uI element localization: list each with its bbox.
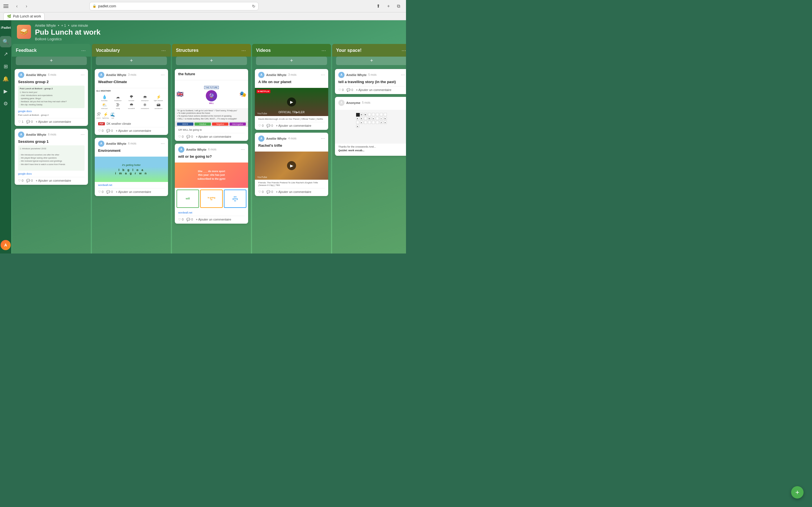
- like-btn-weather[interactable]: ♡ 0: [98, 129, 103, 133]
- card-menu-btn-2[interactable]: ⋯: [81, 132, 85, 137]
- comment-btn-story[interactable]: 💬 0: [347, 88, 353, 92]
- column-menu-structures[interactable]: ⋯: [240, 47, 247, 54]
- card-avatar: A: [18, 72, 24, 78]
- comment-btn-future[interactable]: 💬 0: [186, 135, 193, 138]
- card-link-googledocs-2[interactable]: google docs: [18, 172, 85, 175]
- play-overlay-rachel[interactable]: ▶: [287, 161, 296, 170]
- card-title-2: Sessions group 1: [18, 139, 85, 144]
- cards-feedback: A Amélie Whyte 6 mois ⋯ Sessions group 2…: [12, 68, 91, 253]
- like-btn-2[interactable]: ♡ 0: [18, 179, 23, 182]
- add-comment-future[interactable]: + Ajouter un commentaire: [196, 135, 231, 138]
- add-comment-weather[interactable]: + Ajouter un commentaire: [116, 129, 151, 132]
- view-icon: ⊞: [4, 63, 8, 69]
- add-comment-env[interactable]: + Ajouter un commentaire: [116, 190, 151, 193]
- like-btn-future[interactable]: ♡ 0: [178, 135, 184, 138]
- search-btn[interactable]: 🔍: [0, 36, 11, 47]
- add-comment-story[interactable]: + Ajouter un commentaire: [356, 88, 391, 92]
- card-menu-will[interactable]: ⋯: [241, 147, 245, 152]
- padlet-header: 🥪 Amélie Whyte • + 1 • une minute Pub Lu…: [11, 20, 406, 44]
- tabs-btn[interactable]: ⧉: [395, 2, 403, 10]
- like-btn[interactable]: ♡ 1: [18, 120, 23, 124]
- add-card-structures[interactable]: +: [176, 57, 247, 65]
- card-title-weather: Weather-Climate: [98, 80, 165, 84]
- settings-icon: ⚙: [3, 101, 8, 107]
- share-sidebar-btn[interactable]: ↗: [0, 48, 11, 60]
- comment-btn-att[interactable]: 💬 0: [266, 124, 273, 128]
- wordwall-env-link[interactable]: wordwall.net: [98, 184, 165, 186]
- add-card-vocabulary[interactable]: +: [96, 57, 167, 65]
- card-menu-weather[interactable]: ⋯: [161, 73, 165, 77]
- reload-btn[interactable]: ↻: [252, 4, 255, 8]
- add-comment-btn-2[interactable]: + Ajouter un commentaire: [36, 179, 71, 182]
- add-card-videos[interactable]: +: [256, 57, 327, 65]
- column-videos: Videos ⋯ + A Amélie Whyte 3 mois ⋯: [252, 44, 331, 253]
- new-tab-btn[interactable]: +: [385, 2, 393, 10]
- rachel-caption: Friends: The Friends Pretend To Like Rac…: [258, 181, 325, 186]
- column-menu-feedback[interactable]: ⋯: [80, 47, 87, 54]
- back-btn[interactable]: ‹: [13, 2, 21, 10]
- view-btn[interactable]: ⊞: [0, 61, 11, 72]
- card-menu-env[interactable]: ⋯: [161, 142, 165, 146]
- browser-actions: ⬆ + ⧉: [374, 2, 403, 10]
- share-icon: ↗: [4, 51, 8, 57]
- wordwall-will-link[interactable]: wordwall.net: [178, 211, 245, 214]
- column-menu-yourspace[interactable]: ⋯: [400, 47, 406, 54]
- settings-btn[interactable]: ⚙: [0, 98, 11, 109]
- like-btn-env[interactable]: ♡ 0: [98, 190, 103, 194]
- padlet-info: Amélie Whyte • + 1 • une minute Pub Lunc…: [35, 24, 406, 41]
- main-content: 🥪 Amélie Whyte • + 1 • une minute Pub Lu…: [11, 20, 406, 253]
- card-link-googledocs[interactable]: google docs: [18, 110, 85, 113]
- card-author-will: Amélie Whyte: [186, 148, 206, 151]
- card-avatar-anon: A: [338, 100, 345, 106]
- play-btn[interactable]: ▶: [0, 86, 11, 97]
- add-card-yourspace[interactable]: +: [336, 57, 406, 65]
- play-overlay-att[interactable]: ▶: [287, 98, 296, 107]
- card-footer-env: ♡ 0 💬 0 + Ajouter un commentaire: [98, 188, 165, 194]
- card-menu-rachel[interactable]: ⋯: [321, 136, 325, 141]
- column-title-videos: Videos: [256, 48, 271, 53]
- card-weather-climate: A Amélie Whyte 3 mois ⋯ Weather-Climate …: [95, 69, 168, 135]
- column-menu-vocabulary[interactable]: ⋯: [160, 47, 167, 54]
- card-menu-att[interactable]: ⋯: [321, 73, 325, 77]
- card-menu-story[interactable]: ⋯: [401, 73, 405, 77]
- comment-btn-will[interactable]: 💬 0: [186, 218, 193, 221]
- like-btn-will[interactable]: ♡ 0: [178, 218, 184, 221]
- play-icon: ▶: [4, 88, 8, 94]
- add-card-feedback[interactable]: +: [16, 57, 87, 65]
- active-tab[interactable]: 🌿 Pub Lunch at work: [3, 13, 45, 20]
- forward-btn[interactable]: ›: [22, 2, 31, 10]
- tab-bar: 🌿 Pub Lunch at work: [0, 12, 406, 20]
- like-btn-rachel[interactable]: ♡ 0: [258, 190, 264, 194]
- add-comment-btn[interactable]: + Ajouter un commentaire: [36, 120, 71, 123]
- comment-btn[interactable]: 💬 0: [26, 120, 33, 124]
- address-bar[interactable]: 🔒 padlet.com ↻: [89, 2, 259, 10]
- add-comment-will[interactable]: + Ajouter un commentaire: [196, 218, 231, 221]
- comment-btn-weather[interactable]: 💬 0: [106, 129, 113, 133]
- card-content-area-2: 1. Introduce yourselves! 15:02 - We intr…: [18, 145, 85, 171]
- like-btn-story[interactable]: ♡ 0: [338, 88, 344, 92]
- share-btn[interactable]: ⬆: [374, 2, 382, 10]
- card-author-weather: Amélie Whyte: [106, 73, 126, 76]
- like-btn-att[interactable]: ♡ 0: [258, 124, 264, 128]
- quizlet-link[interactable]: Quizlet: work vocab...: [338, 149, 405, 152]
- card-title-story: tell a travelling story (in the past): [338, 80, 405, 84]
- card-time-weather: 3 mois: [128, 73, 136, 76]
- card-tell-story: A Amélie Whyte 5 mois ⋯ tell a travellin…: [335, 69, 406, 94]
- user-avatar[interactable]: A: [1, 240, 11, 250]
- comment-btn-2[interactable]: 💬 0: [26, 179, 33, 182]
- card-avatar-env: A: [98, 140, 104, 147]
- bell-btn[interactable]: 🔔: [0, 73, 11, 84]
- card-will-goingto: A Amélie Whyte 6 mois ⋯ will or be going…: [175, 144, 248, 224]
- add-comment-att[interactable]: + Ajouter un commentaire: [276, 124, 311, 127]
- add-comment-rachel[interactable]: + Ajouter un commentaire: [276, 190, 311, 193]
- column-menu-videos[interactable]: ⋯: [320, 47, 327, 54]
- card-menu-btn[interactable]: ⋯: [81, 73, 85, 77]
- card-footer-rachel: ♡ 0 💬 0 + Ajouter un commentaire: [258, 188, 325, 194]
- card-title-future: the future: [178, 72, 245, 76]
- youtube-label-att: YouTube: [257, 112, 267, 115]
- column-yourspace: Your space! ⋯ + A Amélie Whyte 5 mois ⋯: [332, 44, 406, 253]
- sidebar-toggle-btn[interactable]: [3, 3, 11, 9]
- card-header-att: A Amélie Whyte 3 mois ⋯: [258, 72, 325, 78]
- comment-btn-rachel[interactable]: 💬 0: [266, 190, 273, 194]
- comment-btn-env[interactable]: 💬 0: [106, 190, 113, 194]
